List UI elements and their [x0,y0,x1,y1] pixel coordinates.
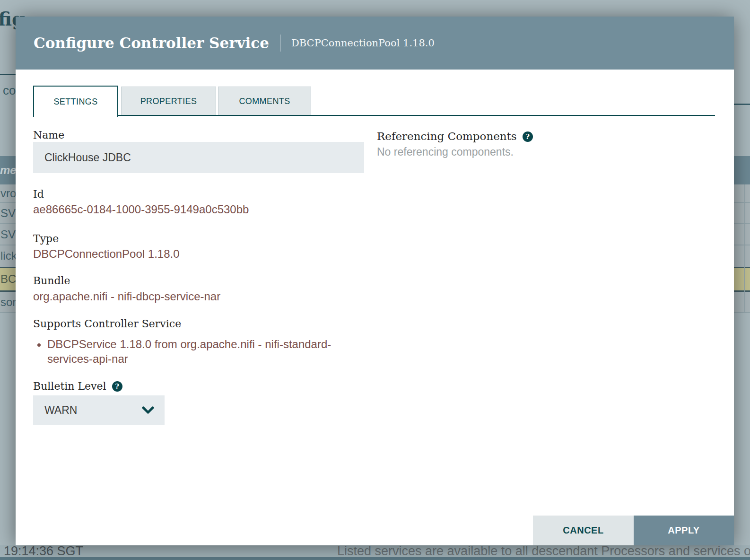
supports-controller-service-list: DBCPService 1.18.0 from org.apache.nifi … [33,337,369,366]
cancel-button[interactable]: CANCEL [533,516,634,545]
name-label: Name [33,129,64,141]
name-input[interactable] [33,142,364,173]
bulletin-level-label-text: Bulletin Level [33,380,106,392]
bulletin-level-value: WARN [33,404,142,417]
tab-properties[interactable]: PROPERTIES [121,87,216,116]
referencing-components-empty-text: No referencing components. [377,146,514,158]
name-input-container [33,142,364,173]
tab-settings[interactable]: SETTINGS [33,86,118,117]
background-divider-left [0,74,16,75]
type-value: DBCPConnectionPool 1.18.0 [33,247,180,261]
id-label: Id [33,188,44,200]
bundle-value: org.apache.nifi - nifi-dbcp-service-nar [33,290,220,303]
background-partial-label: co [3,83,16,98]
referencing-components-label-text: Referencing Components [377,130,517,142]
id-value: ae86665c-0184-1000-3955-9149a0c530bb [33,203,249,216]
apply-button[interactable]: APPLY [634,516,734,545]
supports-service-item: DBCPService 1.18.0 from org.apache.nifi … [47,337,369,366]
title-divider [280,35,280,52]
bundle-label: Bundle [33,275,70,287]
clock-text: 19:14:36 SGT [4,544,83,559]
apply-button-label: APPLY [668,525,699,536]
help-icon[interactable]: ? [112,381,122,392]
type-label: Type [33,233,59,245]
help-icon[interactable]: ? [523,131,533,142]
background-footer-text: Listed services are available to all des… [337,544,750,559]
configure-controller-service-dialog: Configure Controller Service DBCPConnect… [16,17,734,545]
tab-settings-label: SETTINGS [53,97,97,107]
supports-controller-service-label: Supports Controller Service [33,318,181,330]
dialog-header: Configure Controller Service DBCPConnect… [16,17,734,70]
background-divider-right [734,104,750,105]
dialog-subtitle: DBCPConnectionPool 1.18.0 [291,37,435,49]
cancel-button-label: CANCEL [563,525,603,536]
bulletin-level-label: Bulletin Level? [33,380,122,392]
bulletin-level-dropdown[interactable]: WARN [33,395,165,425]
tab-properties-label: PROPERTIES [140,96,197,106]
chevron-down-icon [142,406,154,414]
tab-comments[interactable]: COMMENTS [218,87,311,116]
referencing-components-label: Referencing Components? [377,130,533,142]
dialog-title: Configure Controller Service [34,35,269,52]
background-column-divider [744,184,745,313]
tab-comments-label: COMMENTS [239,96,290,106]
tab-underline [33,115,715,116]
background-bottom-bar [0,557,750,560]
